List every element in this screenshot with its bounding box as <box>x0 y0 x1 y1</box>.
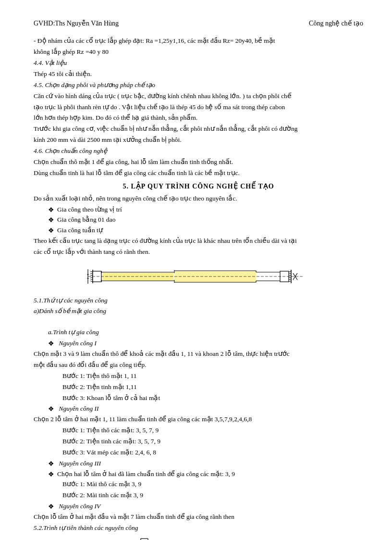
bullet-icon-nc2: ❖ <box>48 404 54 414</box>
bullet1: ❖ Gia công theo từng vị trí <box>48 205 363 215</box>
section5-title: 5. LẬP QUY TRÌNH CÔNG NGHỆ CHẾ TẠO <box>34 181 363 192</box>
line16: các cổ trục lắp với thành tang có rãnh t… <box>34 247 363 257</box>
nc2-b1: Bước 1: Tiện thô các mặt: 3, 5, 7, 9 <box>62 426 363 436</box>
nc3-b1: Bước 1: Mài thô các mặt 3, 9 <box>62 479 363 490</box>
bullet-icon-2: ❖ <box>48 215 54 226</box>
bullet-icon-nc3: ❖ <box>48 459 54 469</box>
bullet-icon-nc1: ❖ <box>48 339 54 349</box>
sub52: 5.2.Trình tự tiên thành các nguyên công <box>34 523 363 533</box>
page: GVHD:Ths Nguyễn Văn Hùng Công nghệ chế t… <box>0 0 392 540</box>
ngcong4-label: Nguyên công IV <box>59 502 100 510</box>
line13: Dùng chuẩn tinh là hai lỗ tâm để gia côn… <box>34 168 363 178</box>
header-left: GVHD:Ths Nguyễn Văn Hùng <box>34 19 119 27</box>
line8: lớn hơn thép hợp kim. Do đó có thể hạ gi… <box>34 113 363 123</box>
ngcong2-bullet: ❖ Nguyên công II <box>48 404 363 414</box>
shaft-svg-2 <box>74 536 323 540</box>
nc3-b2: Bước 2: Mài tinh các mặt 3, 9 <box>62 490 363 501</box>
line2: không lắp ghép Rz =40 y 80 <box>34 47 363 57</box>
line6: Căn cứ vào hình dáng của trục ( trục bậc… <box>34 91 363 101</box>
bullet2: ❖ Gia công bằng 01 dao <box>48 215 363 226</box>
line14: Do sản xuất loại nhỏ, nên trong nguyên c… <box>34 194 363 204</box>
main-content: - Độ nhám của các cổ trục lắp ghép đạt: … <box>34 36 363 540</box>
line11: 4.6. Chọn chuẩn công nghệ <box>34 146 363 156</box>
ngcong3-sub: ❖ Chọn hai lỗ tâm ở hai đã làm chuẩn tin… <box>48 469 363 480</box>
bullet3: ❖ Gia công tuần tự <box>48 226 363 236</box>
page-header: GVHD:Ths Nguyễn Văn Hùng Công nghệ chế t… <box>34 19 363 27</box>
shaft-diagram-2 <box>34 536 363 540</box>
line3: 4.4. Vật liệu <box>34 58 363 68</box>
line5: 4.5. Chọn dạng phôi và phương pháp chế t… <box>34 80 363 90</box>
line1: - Độ nhám của các cổ trục lắp ghép đạt: … <box>34 36 363 46</box>
nc4-desc: Chọn lỗ tâm ở hai mặt đầu và mặt 7 làm c… <box>34 512 363 522</box>
bullet-icon-nc3b: ❖ <box>48 469 54 480</box>
sub51a: a)Đánh số bề mặt gia công <box>34 306 363 316</box>
line9: Trước khi gia công cơ, việc chuẩn bị như… <box>34 124 363 134</box>
nc1-b1: Bước 1: Tiện thô mặt 1, 11 <box>62 371 363 381</box>
nc1-desc1: Chọn mặt 3 và 9 làm chuẩn thô để khoả cá… <box>34 349 363 359</box>
nc2-desc: Chọn 2 lỗ tâm ở hai mặt 1, 11 làm chuẩn … <box>34 414 363 425</box>
ngcong1-bullet: ❖ Nguyên công I <box>48 339 363 349</box>
line4: Thép 45 tôi cải thiện. <box>34 69 363 79</box>
shaft-svg-1 <box>78 263 318 290</box>
nc2-b3: Bước 3: Vát mép các mặt: 2,4, 6, 8 <box>62 448 363 458</box>
bullet-icon-1: ❖ <box>48 205 54 215</box>
ngcong1-label: Nguyên công I <box>59 339 97 347</box>
sub51: 5.1.Thứ tự các nguyên công <box>34 296 363 306</box>
sub51a2: a.Trình tự gia công <box>48 327 363 338</box>
ngcong2-label: Nguyên công II <box>59 405 98 412</box>
nc1-desc2: một đầu sau đó đổi đầu để gia công tiếp. <box>34 360 363 370</box>
ngcong3-bullet: ❖ Nguyên công III <box>48 459 363 469</box>
nc1-b3: Bước 3: Khoan lỗ tâm ở cả hai mặt <box>62 393 363 403</box>
bullet-icon-3: ❖ <box>48 226 54 236</box>
ngcong4-bullet: ❖ Nguyên công IV <box>48 502 363 512</box>
header-right: Công nghệ chế tạo <box>309 19 363 27</box>
line7: tạo trục là phôi thanh rèn tự do . Vật l… <box>34 102 363 113</box>
nc2-b2: Bước 2: Tiện tinh các mặt: 3, 5, 7, 9 <box>62 437 363 447</box>
bullet-icon-nc4: ❖ <box>48 502 54 512</box>
line12: Chọn chuẩn thô mặt 1 để gia công, hai lỗ… <box>34 157 363 167</box>
nc1-b2: Bước 2: Tiện tinh mặt 1,11 <box>62 382 363 392</box>
line10: kính 200 mm và dài 2500 mm tại xưởng chu… <box>34 135 363 145</box>
shaft-diagram-1 <box>34 262 363 291</box>
line15: Theo kết cấu trục tang là dạng trục có đ… <box>34 236 363 246</box>
ngcong3-label: Nguyên công III <box>59 460 101 467</box>
